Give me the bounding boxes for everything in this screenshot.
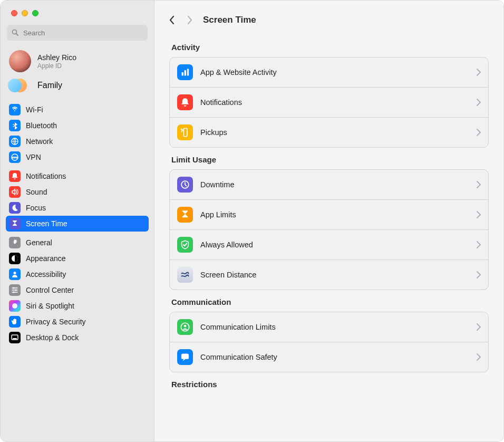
waves-icon: [177, 267, 193, 283]
bell-icon: [9, 170, 21, 182]
sidebar-item-desktop[interactable]: Desktop & Dock: [6, 330, 149, 345]
row-label: App & Website Activity: [200, 68, 469, 76]
dock-icon: [9, 332, 21, 343]
section-header: Activity: [171, 43, 489, 52]
sidebar-item-appearance[interactable]: Appearance: [6, 251, 149, 266]
sidebar-item-bluetooth[interactable]: Bluetooth: [6, 118, 149, 133]
content-pane: Screen Time ActivityApp & Website Activi…: [154, 1, 503, 441]
section-panel: DowntimeApp LimitsAlways AllowedScreen D…: [169, 169, 489, 290]
sidebar-item-label: Notifications: [26, 170, 66, 182]
vpn-icon: [9, 151, 21, 163]
chevron-right-icon: [477, 271, 481, 278]
clock-icon: [177, 177, 193, 193]
row-label: Always Allowed: [200, 241, 469, 249]
sidebar: Ashley Rico Apple ID Family Wi-FiBluetoo…: [1, 1, 154, 441]
sidebar-item-label: General: [26, 237, 52, 248]
row-always[interactable]: Always Allowed: [170, 229, 488, 260]
settings-window: Ashley Rico Apple ID Family Wi-FiBluetoo…: [0, 0, 504, 442]
account-sub: Apple ID: [37, 62, 76, 70]
sidebar-item-focus[interactable]: Focus: [6, 200, 149, 216]
gear-icon: [9, 237, 21, 248]
pickup-icon: [177, 124, 193, 140]
sidebar-item-wifi[interactable]: Wi-Fi: [6, 102, 149, 118]
window-controls: [1, 1, 154, 16]
zoom-button[interactable]: [32, 10, 38, 16]
sidebar-item-label: Control Center: [26, 284, 74, 296]
row-applimits[interactable]: App Limits: [170, 199, 488, 229]
sidebar-item-general[interactable]: General: [6, 235, 149, 251]
row-label: Pickups: [200, 128, 469, 137]
row-label: App Limits: [200, 210, 469, 219]
search-field[interactable]: [7, 25, 148, 41]
sidebar-item-accessibility[interactable]: Accessibility: [6, 266, 149, 282]
appearance-icon: [9, 253, 21, 264]
globe-icon: [9, 136, 21, 147]
sidebar-item-label: Screen Time: [26, 218, 67, 229]
sidebar-item-privacy[interactable]: Privacy & Security: [6, 314, 149, 330]
bars-icon: [177, 64, 193, 80]
chevron-right-icon: [477, 353, 481, 361]
sidebar-item-label: Wi-Fi: [26, 104, 43, 116]
chevron-right-icon: [477, 211, 481, 218]
sidebar-item-screentime[interactable]: Screen Time: [6, 216, 149, 232]
sidebar-item-controlcenter[interactable]: Control Center: [6, 282, 149, 298]
row-pickups[interactable]: Pickups: [170, 117, 488, 147]
sidebar-item-label: Network: [26, 136, 53, 147]
sidebar-item-label: Bluetooth: [26, 120, 57, 131]
sidebar-item-network[interactable]: Network: [6, 133, 149, 149]
sidebar-item-vpn[interactable]: VPN: [6, 149, 149, 165]
row-commlimits[interactable]: Communication Limits: [170, 312, 488, 342]
row-app-activity[interactable]: App & Website Activity: [170, 57, 488, 87]
bell-icon: [177, 94, 193, 110]
back-button[interactable]: [167, 12, 177, 28]
sidebar-item-label: Desktop & Dock: [26, 332, 79, 343]
sidebar-item-label: Focus: [26, 202, 46, 214]
search-icon: [12, 29, 19, 36]
family-icon: [13, 79, 27, 92]
sidebar-item-sound[interactable]: Sound: [6, 184, 149, 200]
sidebar-item-family[interactable]: Family: [1, 75, 154, 99]
section-header: Limit Usage: [171, 155, 489, 164]
sidebar-item-label: Privacy & Security: [26, 316, 86, 328]
account-name: Ashley Rico: [37, 53, 76, 62]
section-header: Restrictions: [171, 380, 489, 389]
siri-icon: [9, 300, 21, 312]
sidebar-item-apple-id[interactable]: Ashley Rico Apple ID: [1, 46, 154, 75]
bluetooth-icon: [9, 120, 21, 131]
chevron-right-icon: [477, 129, 481, 136]
row-distance[interactable]: Screen Distance: [170, 260, 488, 290]
row-notif-act[interactable]: Notifications: [170, 87, 488, 117]
row-downtime[interactable]: Downtime: [170, 170, 488, 199]
topbar: Screen Time: [154, 1, 503, 35]
sidebar-item-label: Appearance: [26, 253, 66, 264]
section-panel: Communication LimitsCommunication Safety: [169, 312, 489, 372]
sidebar-item-label: Accessibility: [26, 268, 66, 280]
sidebar-item-label: VPN: [26, 151, 41, 163]
row-label: Downtime: [200, 180, 469, 189]
sidebar-item-label: Sound: [26, 186, 47, 198]
avatar: [9, 50, 31, 72]
hourglass-icon: [177, 207, 193, 223]
section-panel: App & Website ActivityNotificationsPicku…: [169, 57, 489, 148]
sidebar-item-siri[interactable]: Siri & Spotlight: [6, 298, 149, 314]
close-button[interactable]: [11, 10, 17, 16]
row-label: Notifications: [200, 98, 469, 107]
forward-button[interactable]: [185, 12, 195, 28]
sound-icon: [9, 186, 21, 198]
search-input[interactable]: [22, 28, 143, 37]
chevron-right-icon: [477, 99, 481, 106]
row-label: Communication Safety: [200, 353, 469, 361]
chevron-right-icon: [477, 69, 481, 76]
check-shield-icon: [177, 237, 193, 253]
wifi-icon: [9, 104, 21, 116]
chevron-right-icon: [477, 181, 481, 188]
family-label: Family: [37, 80, 62, 91]
row-commsafety[interactable]: Communication Safety: [170, 342, 488, 372]
person-circle-icon: [177, 319, 193, 335]
row-label: Screen Distance: [200, 271, 469, 279]
section-header: Communication: [171, 297, 489, 306]
hand-icon: [9, 316, 21, 328]
sidebar-item-notifications[interactable]: Notifications: [6, 168, 149, 184]
page-title: Screen Time: [203, 15, 256, 25]
minimize-button[interactable]: [22, 10, 28, 16]
